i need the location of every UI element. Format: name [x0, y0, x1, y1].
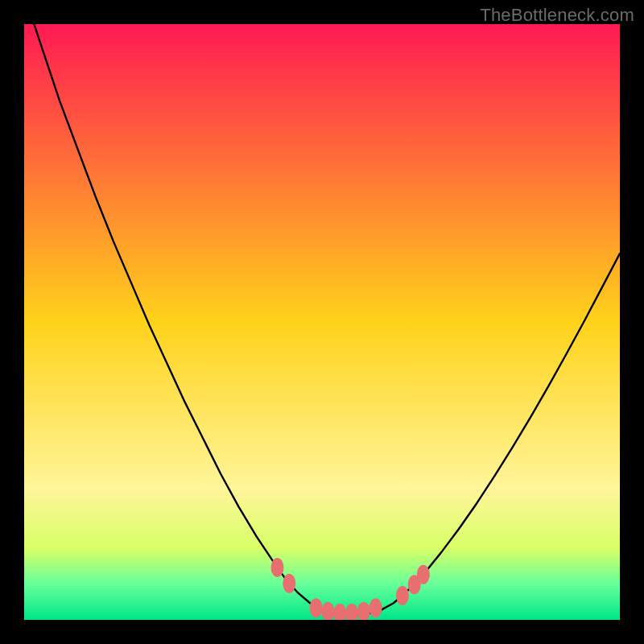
- highlight-dot: [271, 558, 284, 577]
- watermark-text: TheBottleneck.com: [480, 5, 634, 26]
- highlight-dot: [369, 598, 382, 617]
- highlight-dot: [310, 598, 323, 617]
- highlight-dot: [396, 586, 409, 605]
- chart-stage: TheBottleneck.com: [0, 0, 644, 644]
- highlight-dot: [283, 574, 295, 593]
- plot-area: [24, 24, 620, 620]
- bottleneck-curve-chart: [24, 24, 620, 620]
- highlight-dot: [417, 565, 430, 584]
- gradient-background: [24, 24, 620, 620]
